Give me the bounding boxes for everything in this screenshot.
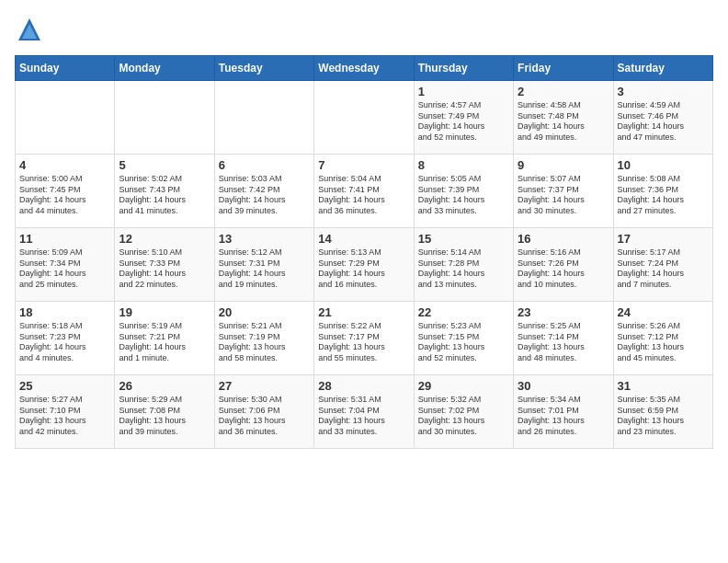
calendar-cell: 7Sunrise: 5:04 AM Sunset: 7:41 PM Daylig…	[314, 155, 414, 228]
day-info: Sunrise: 5:08 AM Sunset: 7:36 PM Dayligh…	[618, 174, 709, 217]
day-number: 25	[19, 379, 110, 393]
day-info: Sunrise: 4:59 AM Sunset: 7:46 PM Dayligh…	[618, 100, 709, 144]
day-info: Sunrise: 5:03 AM Sunset: 7:42 PM Dayligh…	[219, 174, 310, 217]
day-info: Sunrise: 5:29 AM Sunset: 7:08 PM Dayligh…	[119, 395, 210, 438]
day-number: 11	[19, 232, 110, 246]
day-number: 1	[418, 85, 509, 98]
day-number: 6	[219, 158, 310, 172]
calendar-cell	[115, 81, 214, 155]
day-info: Sunrise: 5:10 AM Sunset: 7:33 PM Dayligh…	[119, 247, 210, 291]
day-number: 10	[618, 158, 709, 172]
day-number: 22	[418, 305, 509, 319]
day-number: 23	[518, 305, 609, 319]
day-info: Sunrise: 5:23 AM Sunset: 7:15 PM Dayligh…	[418, 321, 509, 364]
calendar-week-2: 4Sunrise: 5:00 AM Sunset: 7:45 PM Daylig…	[16, 155, 713, 228]
calendar-cell: 21Sunrise: 5:22 AM Sunset: 7:17 PM Dayli…	[314, 302, 414, 375]
day-info: Sunrise: 5:13 AM Sunset: 7:29 PM Dayligh…	[318, 247, 409, 291]
calendar-cell: 5Sunrise: 5:02 AM Sunset: 7:43 PM Daylig…	[115, 155, 214, 228]
calendar-cell: 30Sunrise: 5:34 AM Sunset: 7:01 PM Dayli…	[514, 375, 613, 449]
calendar-cell: 27Sunrise: 5:30 AM Sunset: 7:06 PM Dayli…	[214, 375, 313, 449]
day-info: Sunrise: 5:34 AM Sunset: 7:01 PM Dayligh…	[518, 395, 609, 438]
day-info: Sunrise: 5:30 AM Sunset: 7:06 PM Dayligh…	[219, 395, 310, 438]
header-friday: Friday	[514, 56, 613, 81]
day-number: 31	[618, 379, 709, 393]
day-number: 4	[19, 158, 110, 172]
day-info: Sunrise: 5:21 AM Sunset: 7:19 PM Dayligh…	[219, 321, 310, 364]
day-number: 14	[318, 232, 409, 246]
calendar-cell: 24Sunrise: 5:26 AM Sunset: 7:12 PM Dayli…	[613, 302, 712, 375]
day-info: Sunrise: 5:04 AM Sunset: 7:41 PM Dayligh…	[318, 174, 409, 217]
day-info: Sunrise: 5:09 AM Sunset: 7:34 PM Dayligh…	[19, 247, 110, 291]
calendar-cell	[314, 81, 414, 155]
day-number: 27	[219, 379, 310, 393]
day-number: 20	[219, 305, 310, 319]
header-wednesday: Wednesday	[314, 56, 414, 81]
calendar-cell: 25Sunrise: 5:27 AM Sunset: 7:10 PM Dayli…	[16, 375, 115, 449]
logo-icon	[15, 15, 44, 44]
calendar-week-4: 18Sunrise: 5:18 AM Sunset: 7:23 PM Dayli…	[16, 302, 713, 375]
day-number: 30	[518, 379, 609, 393]
logo	[15, 15, 48, 44]
calendar-cell: 9Sunrise: 5:07 AM Sunset: 7:37 PM Daylig…	[514, 155, 613, 228]
calendar-cell: 16Sunrise: 5:16 AM Sunset: 7:26 PM Dayli…	[514, 228, 613, 302]
day-info: Sunrise: 5:18 AM Sunset: 7:23 PM Dayligh…	[19, 321, 110, 364]
calendar-cell: 12Sunrise: 5:10 AM Sunset: 7:33 PM Dayli…	[115, 228, 214, 302]
day-number: 28	[318, 379, 409, 393]
day-info: Sunrise: 5:35 AM Sunset: 6:59 PM Dayligh…	[618, 395, 709, 438]
calendar-week-1: 1Sunrise: 4:57 AM Sunset: 7:49 PM Daylig…	[16, 81, 713, 155]
day-number: 16	[518, 232, 609, 246]
day-info: Sunrise: 5:12 AM Sunset: 7:31 PM Dayligh…	[219, 247, 310, 291]
calendar-cell: 26Sunrise: 5:29 AM Sunset: 7:08 PM Dayli…	[115, 375, 214, 449]
day-info: Sunrise: 5:19 AM Sunset: 7:21 PM Dayligh…	[119, 321, 210, 364]
calendar-cell	[16, 81, 115, 155]
calendar-cell: 6Sunrise: 5:03 AM Sunset: 7:42 PM Daylig…	[214, 155, 313, 228]
day-number: 26	[119, 379, 210, 393]
day-number: 9	[518, 158, 609, 172]
calendar-cell: 23Sunrise: 5:25 AM Sunset: 7:14 PM Dayli…	[514, 302, 613, 375]
header-thursday: Thursday	[414, 56, 513, 81]
calendar-cell: 10Sunrise: 5:08 AM Sunset: 7:36 PM Dayli…	[613, 155, 712, 228]
day-info: Sunrise: 5:16 AM Sunset: 7:26 PM Dayligh…	[518, 247, 609, 291]
day-number: 21	[318, 305, 409, 319]
day-info: Sunrise: 5:02 AM Sunset: 7:43 PM Dayligh…	[119, 174, 210, 217]
day-info: Sunrise: 5:17 AM Sunset: 7:24 PM Dayligh…	[618, 247, 709, 291]
day-number: 19	[119, 305, 210, 319]
header-saturday: Saturday	[613, 56, 712, 81]
day-info: Sunrise: 5:05 AM Sunset: 7:39 PM Dayligh…	[418, 174, 509, 217]
calendar-header-row: SundayMondayTuesdayWednesdayThursdayFrid…	[16, 56, 713, 81]
calendar-cell: 13Sunrise: 5:12 AM Sunset: 7:31 PM Dayli…	[214, 228, 313, 302]
calendar-cell: 2Sunrise: 4:58 AM Sunset: 7:48 PM Daylig…	[514, 81, 613, 155]
day-info: Sunrise: 5:14 AM Sunset: 7:28 PM Dayligh…	[418, 247, 509, 291]
day-number: 18	[19, 305, 110, 319]
day-number: 8	[418, 158, 509, 172]
calendar-week-3: 11Sunrise: 5:09 AM Sunset: 7:34 PM Dayli…	[16, 228, 713, 302]
page-header	[15, 15, 713, 44]
day-number: 17	[618, 232, 709, 246]
calendar-table: SundayMondayTuesdayWednesdayThursdayFrid…	[15, 55, 713, 449]
calendar-cell: 29Sunrise: 5:32 AM Sunset: 7:02 PM Dayli…	[414, 375, 513, 449]
calendar-cell: 8Sunrise: 5:05 AM Sunset: 7:39 PM Daylig…	[414, 155, 513, 228]
day-info: Sunrise: 5:22 AM Sunset: 7:17 PM Dayligh…	[318, 321, 409, 364]
calendar-cell: 17Sunrise: 5:17 AM Sunset: 7:24 PM Dayli…	[613, 228, 712, 302]
day-number: 5	[119, 158, 210, 172]
day-info: Sunrise: 5:00 AM Sunset: 7:45 PM Dayligh…	[19, 174, 110, 217]
calendar-cell: 11Sunrise: 5:09 AM Sunset: 7:34 PM Dayli…	[16, 228, 115, 302]
calendar-week-5: 25Sunrise: 5:27 AM Sunset: 7:10 PM Dayli…	[16, 375, 713, 449]
calendar-cell: 20Sunrise: 5:21 AM Sunset: 7:19 PM Dayli…	[214, 302, 313, 375]
calendar-cell: 4Sunrise: 5:00 AM Sunset: 7:45 PM Daylig…	[16, 155, 115, 228]
calendar-cell: 28Sunrise: 5:31 AM Sunset: 7:04 PM Dayli…	[314, 375, 414, 449]
calendar-cell: 3Sunrise: 4:59 AM Sunset: 7:46 PM Daylig…	[613, 81, 712, 155]
calendar-cell: 18Sunrise: 5:18 AM Sunset: 7:23 PM Dayli…	[16, 302, 115, 375]
header-tuesday: Tuesday	[214, 56, 313, 81]
day-info: Sunrise: 5:25 AM Sunset: 7:14 PM Dayligh…	[518, 321, 609, 364]
calendar-cell: 14Sunrise: 5:13 AM Sunset: 7:29 PM Dayli…	[314, 228, 414, 302]
day-number: 15	[418, 232, 509, 246]
day-info: Sunrise: 5:27 AM Sunset: 7:10 PM Dayligh…	[19, 395, 110, 438]
day-info: Sunrise: 4:58 AM Sunset: 7:48 PM Dayligh…	[518, 100, 609, 144]
day-number: 13	[219, 232, 310, 246]
calendar-cell: 19Sunrise: 5:19 AM Sunset: 7:21 PM Dayli…	[115, 302, 214, 375]
day-info: Sunrise: 5:26 AM Sunset: 7:12 PM Dayligh…	[618, 321, 709, 364]
day-number: 12	[119, 232, 210, 246]
day-info: Sunrise: 5:07 AM Sunset: 7:37 PM Dayligh…	[518, 174, 609, 217]
header-sunday: Sunday	[16, 56, 115, 81]
